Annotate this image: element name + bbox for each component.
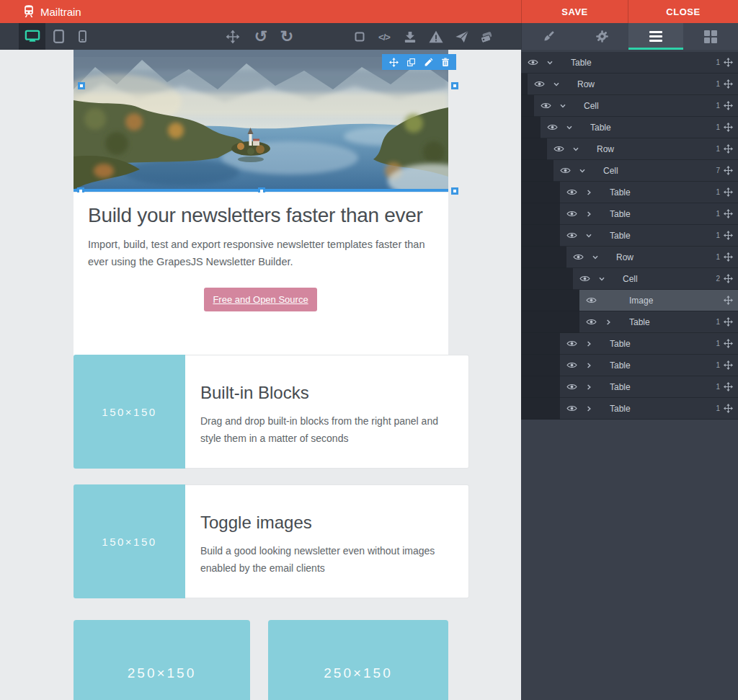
save-button[interactable]: SAVE	[521, 0, 628, 23]
move-icon[interactable]	[724, 144, 738, 154]
feature-body-text[interactable]: Build a good looking newsletter even wit…	[200, 542, 454, 577]
eye-icon[interactable]	[566, 340, 585, 347]
eye-icon[interactable]	[566, 210, 585, 218]
chevron-right-icon[interactable]	[585, 189, 600, 196]
tags-icon[interactable]	[479, 30, 494, 43]
layer-row-main[interactable]: Table1	[560, 333, 738, 355]
image-placeholder-250-right[interactable]: 250×150	[268, 620, 448, 700]
move-icon[interactable]	[724, 317, 738, 327]
undo-icon[interactable]: ↺	[254, 29, 267, 45]
device-desktop-button[interactable]	[19, 23, 45, 50]
eye-icon[interactable]	[566, 188, 585, 196]
chevron-down-icon[interactable]	[585, 232, 600, 239]
layer-row-main[interactable]: Row1	[566, 247, 738, 268]
layer-row-table[interactable]: Table1	[521, 311, 738, 333]
chevron-right-icon[interactable]	[585, 211, 600, 218]
move-icon[interactable]	[724, 79, 738, 89]
square-icon[interactable]	[355, 32, 365, 41]
move-icon[interactable]	[724, 231, 738, 240]
chevron-down-icon[interactable]	[566, 124, 580, 131]
layer-row-main[interactable]: Table1	[541, 117, 738, 138]
import-icon[interactable]	[404, 30, 417, 43]
move-icon[interactable]	[724, 360, 738, 370]
layer-row-row[interactable]: Row1	[521, 247, 738, 268]
move-icon[interactable]	[724, 404, 738, 413]
eye-icon[interactable]	[586, 296, 605, 304]
chevron-right-icon[interactable]	[585, 405, 600, 412]
eye-icon[interactable]	[528, 58, 546, 66]
move-icon[interactable]	[724, 296, 738, 305]
layer-row-main[interactable]: Cell1	[534, 95, 738, 117]
feature-heading[interactable]: Toggle images	[200, 513, 454, 533]
layer-row-main[interactable]: Table1	[560, 225, 738, 247]
layer-row-table[interactable]: Table1	[521, 182, 738, 203]
close-button[interactable]: CLOSE	[628, 0, 738, 23]
feature-heading[interactable]: Built-in Blocks	[200, 383, 454, 403]
layer-row-table[interactable]: Table1	[521, 203, 738, 225]
layer-row-main[interactable]: Row1	[547, 138, 738, 160]
move-icon[interactable]	[724, 123, 738, 132]
layer-row-main[interactable]: Table1	[560, 376, 738, 398]
layer-row-main[interactable]: Image	[579, 290, 738, 311]
hero-image[interactable]	[74, 50, 448, 190]
resize-handle-right[interactable]	[451, 82, 458, 89]
eye-icon[interactable]	[541, 102, 559, 110]
resize-handle-bottom-right[interactable]	[451, 187, 458, 195]
eye-icon[interactable]	[573, 253, 592, 261]
device-mobile-button[interactable]	[69, 23, 96, 50]
layer-row-table[interactable]: Table1	[521, 355, 738, 376]
move-icon[interactable]	[226, 30, 240, 43]
move-icon[interactable]	[724, 274, 738, 283]
chevron-right-icon[interactable]	[585, 384, 600, 391]
layer-row-main[interactable]: Table1	[560, 182, 738, 203]
editor-canvas[interactable]: Build your newsletters faster than ever …	[0, 50, 521, 700]
eye-icon[interactable]	[566, 361, 585, 369]
delete-icon[interactable]	[441, 58, 450, 67]
chevron-right-icon[interactable]	[585, 340, 600, 347]
layer-row-table[interactable]: Table1	[521, 333, 738, 355]
eye-icon[interactable]	[560, 167, 579, 174]
device-tablet-button[interactable]	[45, 23, 72, 50]
chevron-down-icon[interactable]	[592, 254, 606, 261]
edit-icon[interactable]	[424, 58, 433, 67]
layer-row-table[interactable]: Table1	[521, 52, 738, 74]
layer-row-main[interactable]: Cell2	[573, 268, 738, 290]
layer-row-image[interactable]: Image	[521, 290, 738, 311]
warning-icon[interactable]	[429, 30, 443, 43]
cta-button[interactable]: Free and Open Source	[204, 288, 317, 311]
eye-icon[interactable]	[566, 404, 585, 412]
move-icon[interactable]	[724, 252, 738, 262]
eye-icon[interactable]	[554, 145, 572, 153]
move-icon[interactable]	[724, 101, 738, 110]
move-icon[interactable]	[724, 339, 738, 348]
chevron-down-icon[interactable]	[559, 102, 574, 110]
eye-icon[interactable]	[566, 231, 585, 239]
hero-heading[interactable]: Build your newsletters faster than ever	[88, 204, 423, 227]
eye-icon[interactable]	[579, 275, 598, 283]
layer-row-table[interactable]: Table1	[521, 225, 738, 247]
layer-row-table[interactable]: Table1	[521, 376, 738, 398]
move-icon[interactable]	[724, 58, 738, 67]
eye-icon[interactable]	[534, 80, 553, 88]
redo-icon[interactable]: ↻	[280, 29, 293, 45]
layer-row-cell[interactable]: Cell1	[521, 95, 738, 117]
chevron-right-icon[interactable]	[585, 362, 600, 369]
layer-row-row[interactable]: Row1	[521, 138, 738, 160]
image-placeholder-250-left[interactable]: 250×150	[74, 620, 250, 700]
layer-row-main[interactable]: Table1	[560, 203, 738, 225]
move-icon[interactable]	[724, 382, 738, 391]
hero-body-text[interactable]: Import, build, test and export responsiv…	[88, 236, 443, 271]
send-icon[interactable]	[455, 30, 469, 43]
layer-row-row[interactable]: Row1	[521, 74, 738, 95]
chevron-down-icon[interactable]	[553, 81, 567, 88]
feature-body-text[interactable]: Drag and drop built-in blocks from the r…	[200, 412, 454, 447]
layer-row-main[interactable]: Cell7	[554, 160, 738, 182]
layer-row-main[interactable]: Table1	[560, 355, 738, 376]
layer-row-main[interactable]: Table1	[579, 311, 738, 333]
hero-text-card[interactable]: Build your newsletters faster than ever …	[74, 192, 448, 380]
eye-icon[interactable]	[566, 383, 585, 391]
chevron-down-icon[interactable]	[572, 146, 587, 153]
copy-icon[interactable]	[406, 58, 416, 67]
blocks-button[interactable]	[683, 23, 738, 50]
layer-row-table[interactable]: Table1	[521, 398, 738, 420]
